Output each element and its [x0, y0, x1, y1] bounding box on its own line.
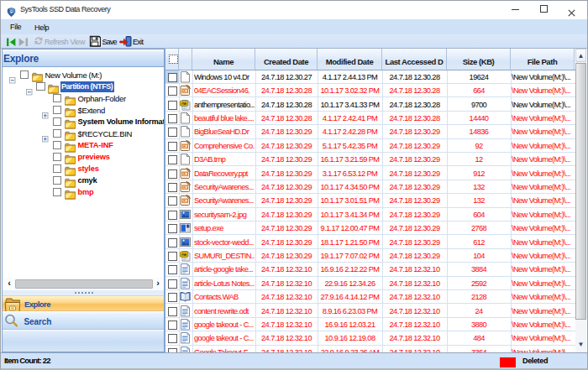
svg-text:rw: rw: [181, 101, 186, 106]
svg-text:rw: rw: [181, 252, 186, 257]
